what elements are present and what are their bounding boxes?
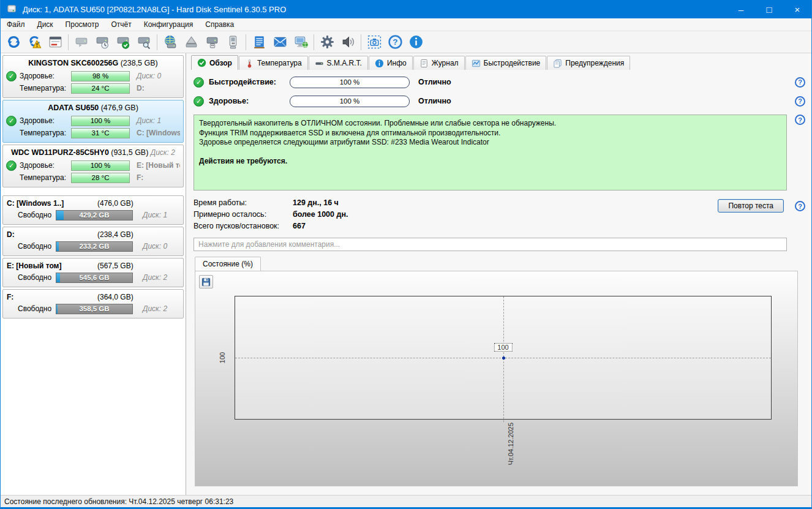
menu-view[interactable]: Просмотр	[59, 18, 105, 31]
help-toolbar-icon[interactable]: ?	[385, 33, 405, 51]
stat-label: Примерно осталось:	[194, 210, 293, 219]
disk-number: Диск: 0	[131, 72, 180, 80]
partition-name: F:	[7, 293, 97, 301]
help-icon[interactable]: ?	[795, 115, 805, 125]
disk-dock-icon[interactable]	[222, 33, 243, 51]
tab-bar: Обзор Температура S.M.A.R.T. Инфо Журнал	[191, 55, 806, 70]
help-icon[interactable]: ?	[795, 201, 805, 211]
partition-card-e[interactable]: E: [Новый том] (567,5 GB) Свободно 545,6…	[2, 258, 184, 287]
health-bar: 100 %	[71, 160, 130, 171]
temp-bar: 31 °C	[71, 128, 130, 138]
comment-input[interactable]	[194, 238, 787, 251]
refresh-icon[interactable]	[3, 33, 24, 51]
performance-bar: 100 %	[290, 77, 410, 88]
health-row: ✓ Здоровье: 100 % Отлично ?	[194, 94, 806, 108]
disk-card-kingston[interactable]: KINGSTON SKC600256G (238,5 GB) ✓ Здоровь…	[2, 55, 184, 98]
health-history-chart: 100 100 Чт.04.12.2025	[195, 271, 798, 486]
partition-card-d[interactable]: D: (238,4 GB) Свободно 233,2 GB Диск: 0	[2, 227, 184, 256]
disk-usb-icon[interactable]	[201, 33, 222, 51]
health-bar: 98 %	[71, 71, 130, 81]
save-chart-button[interactable]	[199, 275, 213, 288]
refresh-warning-icon[interactable]	[24, 33, 45, 51]
menu-configuration[interactable]: Конфигурация	[138, 18, 200, 31]
tab-overview[interactable]: Обзор	[191, 55, 238, 70]
disk-number: Диск: 1	[131, 116, 180, 125]
acoustic-test-icon[interactable]	[181, 33, 201, 51]
health-ok-icon: ✓	[6, 160, 17, 171]
health-ok-icon: ✓	[6, 116, 17, 126]
status-bar: Состояние последнего обновления: Чт.04.1…	[1, 495, 811, 509]
help-icon[interactable]: ?	[795, 77, 805, 88]
last-update-status: Состояние последнего обновления: Чт.04.1…	[4, 497, 233, 506]
help-icon[interactable]: ?	[795, 96, 805, 107]
disk-number: Диск: 2	[135, 273, 179, 282]
notes-icon[interactable]	[249, 33, 269, 51]
disk-search-icon[interactable]	[133, 33, 154, 51]
thermometer-icon	[245, 59, 254, 68]
stat-value: 129 дн., 16 ч	[293, 198, 339, 207]
tab-log[interactable]: Журнал	[413, 56, 465, 70]
disk-ok-icon[interactable]	[113, 33, 133, 51]
partition-card-c[interactable]: C: [Windows 1..] (476,0 GB) Свободно 429…	[2, 195, 184, 225]
disk-card-wdc[interactable]: WDC WD11PURZ-85C5HY0 (931,5 GB) Диск: 2 …	[2, 145, 184, 187]
performance-row: ✓ Быстродействие: 100 % Отлично ?	[194, 75, 806, 89]
disk-letters: F:	[131, 173, 180, 182]
check-circle-icon	[197, 58, 206, 67]
disk-size: (238,5 GB)	[121, 59, 158, 67]
email-icon[interactable]	[269, 33, 290, 51]
partition-name: E: [Новый том]	[7, 262, 97, 270]
floppy-disk-icon	[201, 277, 211, 287]
free-space-bar: 358,5 GB	[56, 304, 133, 314]
info-circle-icon	[375, 59, 384, 68]
health-ok-icon: ✓	[6, 71, 17, 81]
maximize-button[interactable]: □	[755, 0, 783, 18]
tab-alerts[interactable]: Предупреждения	[547, 56, 630, 70]
tab-smart[interactable]: S.M.A.R.T.	[309, 56, 368, 70]
status-description-box: Твердотельный накопитель в ОТЛИЧНОМ сост…	[194, 115, 787, 190]
temp-label: Температура:	[20, 84, 71, 92]
tab-info[interactable]: Инфо	[369, 56, 413, 70]
tab-health-percent[interactable]: Состояние (%)	[195, 257, 261, 271]
menu-disk[interactable]: Диск	[31, 18, 59, 31]
disk-number: Диск: 2	[135, 304, 179, 313]
disk-history-icon[interactable]	[92, 33, 113, 51]
app-icon	[7, 4, 18, 14]
close-button[interactable]: ×	[783, 0, 811, 18]
minimize-button[interactable]: –	[727, 0, 755, 18]
network-monitor-icon[interactable]	[290, 33, 311, 51]
menu-help[interactable]: Справка	[199, 18, 240, 31]
performance-label: Быстродействие:	[209, 78, 290, 86]
tab-temperature[interactable]: Температура	[239, 56, 308, 70]
health-label: Здоровье:	[209, 97, 290, 105]
disk-sidebar: KINGSTON SKC600256G (238,5 GB) ✓ Здоровь…	[1, 53, 186, 495]
network-disk-icon[interactable]	[160, 33, 181, 51]
partition-card-f[interactable]: F: (364,0 GB) Свободно 358,5 GB Диск: 2	[2, 289, 184, 319]
disk-icon[interactable]	[71, 33, 92, 51]
temp-label: Температура:	[20, 173, 71, 182]
toolbar: ?	[1, 31, 811, 53]
document-icon	[419, 59, 429, 68]
settings-gear-icon[interactable]	[317, 33, 337, 51]
free-label: Свободно	[18, 242, 56, 251]
window-title: Диск: 1, ADATA SU650 [2P082L2NA8LG] - Ha…	[23, 5, 286, 14]
description-line: Здоровье определяется следующими атрибут…	[199, 138, 781, 148]
sound-icon[interactable]	[337, 33, 358, 51]
stat-label: Время работы:	[194, 198, 293, 207]
retest-button[interactable]: Повтор теста	[718, 199, 784, 213]
chart-icon	[472, 59, 481, 68]
info-toolbar-icon[interactable]	[405, 33, 426, 51]
tab-performance[interactable]: Быстродействие	[465, 56, 547, 70]
free-space-bar: 233,2 GB	[56, 241, 133, 252]
menu-file[interactable]: Файл	[1, 18, 31, 31]
report-window-icon[interactable]	[45, 33, 66, 51]
disk-name: WDC WD11PURZ-85C5HY0	[11, 148, 109, 157]
chart-tab-bar: Состояние (%)	[195, 257, 806, 271]
menu-report[interactable]: Отчёт	[105, 18, 137, 31]
screenshot-icon[interactable]	[364, 33, 385, 51]
data-point-label: 100	[494, 343, 512, 352]
disk-card-adata[interactable]: ADATA SU650 (476,9 GB) ✓ Здоровье: 100 %…	[2, 100, 184, 143]
main-panel: Обзор Температура S.M.A.R.T. Инфо Журнал	[186, 53, 811, 495]
performance-status: Отлично	[418, 78, 451, 86]
disk-number: Диск: 1	[135, 211, 179, 219]
disk-number: Диск: 0	[135, 242, 179, 251]
